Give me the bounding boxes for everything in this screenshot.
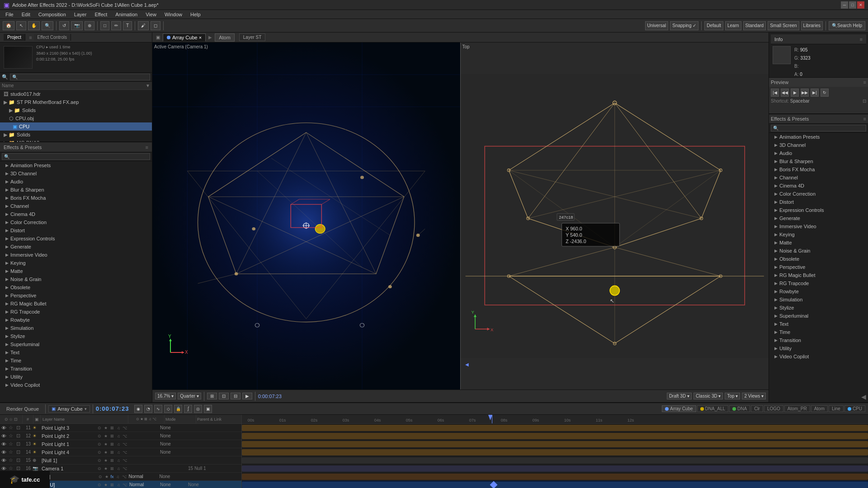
tl-tab-array-cube[interactable]: Array Cube <box>662 405 696 412</box>
tl-tab-atom-pr[interactable]: Atom_PR <box>784 405 810 412</box>
fast-preview-btn[interactable]: ▶ <box>242 393 252 399</box>
renderer-dropdown[interactable]: Classic 3D ▾ <box>693 393 723 399</box>
prev-loop-btn[interactable]: ↻ <box>821 89 829 97</box>
ctrl-11-1[interactable]: ⊙ <box>97 425 102 431</box>
ep2-perspective[interactable]: ▶ Perspective <box>769 263 868 271</box>
ep-text[interactable]: ▶ Text <box>0 348 152 357</box>
ctrl-14-3[interactable]: ⊠ <box>109 450 115 455</box>
ep2-channel[interactable]: ▶ Channel <box>769 174 868 182</box>
ep-color-correction[interactable]: ▶ Color Correction <box>0 218 152 226</box>
ep-channel[interactable]: ▶ Channel <box>0 202 152 210</box>
tl-graph-btn[interactable]: ∿ <box>154 405 162 413</box>
vis-13[interactable]: 👁 <box>0 441 7 447</box>
text-tool[interactable]: T <box>123 21 132 30</box>
menu-view[interactable]: View <box>142 11 160 18</box>
ep-generate[interactable]: ▶ Generate <box>0 243 152 251</box>
layer-row-13[interactable]: 👁 ☆ ⊡ 13 ☀ Point Light 1 ⊙ ★ ⊠ ♫ ⌥ None <box>0 440 241 448</box>
tl-render-btn[interactable]: ▣ <box>204 405 212 413</box>
workspace-standard[interactable]: Standard <box>743 21 766 30</box>
project-search-input[interactable] <box>10 74 150 80</box>
ctrl-17-5[interactable]: ⌥ <box>122 474 127 479</box>
ep2-expression-controls[interactable]: ▶ Expression Controls <box>769 206 868 214</box>
layer-row-12[interactable]: 👁 ☆ ⊡ 12 ☀ Point Light 2 ⊙ ★ ⊠ ♫ ⌥ None <box>0 432 241 440</box>
ep2-keying[interactable]: ▶ Keying <box>769 230 868 239</box>
layer-row-15[interactable]: 👁 ☆ ⊡ 15 ⊕ [Null 1] ⊙ ★ ⊠ ♫ ⌥ <box>0 456 241 465</box>
tab-layer-st[interactable]: Layer ST <box>239 33 266 41</box>
ep-noise-grain[interactable]: ▶ Noise & Grain <box>0 275 152 283</box>
tl-comp-selector[interactable]: ▣ Array Cube ▾ <box>48 405 90 413</box>
tl-add-marker-btn[interactable]: ◇ <box>164 405 172 413</box>
ep-blur-sharpen[interactable]: ▶ Blur & Sharpen <box>0 186 152 194</box>
ep2-boris-fx[interactable]: ▶ Boris FX Mocha <box>769 165 868 174</box>
ep2-matte[interactable]: ▶ Matte <box>769 239 868 247</box>
lock-12[interactable]: ⊡ <box>14 433 22 439</box>
ctrl-15-2[interactable]: ★ <box>103 458 108 463</box>
ep2-3d-channel[interactable]: ▶ 3D Channel <box>769 141 868 149</box>
playhead[interactable] <box>492 415 492 423</box>
solo-11[interactable]: ☆ <box>7 425 14 431</box>
close-button[interactable]: ✕ <box>857 1 864 9</box>
solo-14[interactable]: ☆ <box>7 449 14 455</box>
ctrl-13-2[interactable]: ★ <box>103 441 108 447</box>
ctrl-13-3[interactable]: ⊠ <box>109 441 115 447</box>
vis-12[interactable]: 👁 <box>0 433 7 439</box>
ep-video-copilot[interactable]: ▶ Video Copilot <box>0 381 152 389</box>
prev-play-btn[interactable]: ▶ <box>791 89 799 97</box>
timeline-tracks[interactable]: 00s 01s 02s 03s 04s 05s 06s 07s 08s 09s … <box>242 415 868 488</box>
ep2-color-correction[interactable]: ▶ Color Correction <box>769 190 868 198</box>
viewport-right[interactable]: Top <box>461 42 769 389</box>
view-count-dropdown[interactable]: 2 Views ▾ <box>742 393 766 399</box>
overlay-btn[interactable]: ⊡ <box>219 393 229 399</box>
ep-rg-magic-bullet[interactable]: ▶ RG Magic Bullet <box>0 300 152 308</box>
ctrl-18-5[interactable]: ⌥ <box>122 482 127 488</box>
ep2-rg-trapcode[interactable]: ▶ RG Trapcode <box>769 279 868 287</box>
lock-13[interactable]: ⊡ <box>14 441 22 447</box>
brush-tool[interactable]: 🖌 <box>138 21 149 30</box>
workspace-libraries[interactable]: Libraries <box>801 21 823 30</box>
menu-layer[interactable]: Layer <box>71 11 90 18</box>
ctrl-17-1[interactable]: ⊙ <box>98 474 103 479</box>
ctrl-13-1[interactable]: ⊙ <box>97 441 102 447</box>
camera-tool[interactable]: 📷 <box>71 21 83 30</box>
ep-matte[interactable]: ▶ Matte <box>0 267 152 275</box>
menu-file[interactable]: File <box>2 11 17 18</box>
tl-tab-dna-all[interactable]: DNA_ALL <box>697 405 728 412</box>
tree-item-st-pr[interactable]: ▶ 📁 ST PR MotherBorad FX.aep <box>0 98 152 106</box>
ctrl-16-5[interactable]: ⌥ <box>122 466 127 471</box>
tree-item-cpu-obj[interactable]: ⬡ CPU.obj <box>0 114 152 122</box>
ctrl-12-3[interactable]: ⊠ <box>109 433 115 439</box>
ep-3d-channel[interactable]: ▶ 3D Channel <box>0 169 152 178</box>
ep-distort[interactable]: ▶ Distort <box>0 226 152 235</box>
pen-tool[interactable]: ✏ <box>111 21 121 30</box>
vis-16[interactable]: 👁 <box>0 466 7 471</box>
ep2-blur-sharpen[interactable]: ▶ Blur & Sharpen <box>769 157 868 165</box>
ep2-text[interactable]: ▶ Text <box>769 320 868 328</box>
ep-rg-trapcode[interactable]: ▶ RG Trapcode <box>0 308 152 316</box>
vis-15[interactable]: 👁 <box>0 458 7 463</box>
ep2-animation-presets[interactable]: ▶ Animation Presets <box>769 133 868 141</box>
ep-transition[interactable]: ▶ Transition <box>0 365 152 373</box>
workspace-snapping[interactable]: Snapping ✓ <box>670 21 698 30</box>
ctrl-16-1[interactable]: ⊙ <box>97 466 102 471</box>
menu-effect[interactable]: Effect <box>91 11 111 18</box>
ep2-superluminal[interactable]: ▶ Superluminal <box>769 312 868 320</box>
ctrl-12-5[interactable]: ⌥ <box>122 433 127 439</box>
ctrl-15-3[interactable]: ⊠ <box>109 458 115 463</box>
search-help-button[interactable]: 🔍 Search Help <box>829 21 865 30</box>
ctrl-15-1[interactable]: ⊙ <box>97 458 102 463</box>
render-queue-tab[interactable]: Render Queue <box>3 405 42 413</box>
ep2-utility[interactable]: ▶ Utility <box>769 344 868 352</box>
ep-stylize[interactable]: ▶ Stylize <box>0 332 152 340</box>
home-tool[interactable]: 🏠 <box>3 21 14 30</box>
lock-14[interactable]: ⊡ <box>14 449 22 455</box>
ep-keying[interactable]: ▶ Keying <box>0 259 152 267</box>
tl-tab-atom[interactable]: Atom <box>811 405 828 412</box>
tl-tab-clr[interactable]: Clr <box>751 405 763 412</box>
ep-simulation[interactable]: ▶ Simulation <box>0 324 152 332</box>
tab-project[interactable]: Project <box>4 34 25 41</box>
ep-superluminal[interactable]: ▶ Superluminal <box>0 340 152 348</box>
tab-array-cube[interactable]: Array Cube × <box>163 33 206 42</box>
lock-15[interactable]: ⊡ <box>14 457 22 463</box>
rotation-tool[interactable]: ↺ <box>59 21 69 30</box>
spacer-icon[interactable]: ⊡ <box>863 99 866 103</box>
